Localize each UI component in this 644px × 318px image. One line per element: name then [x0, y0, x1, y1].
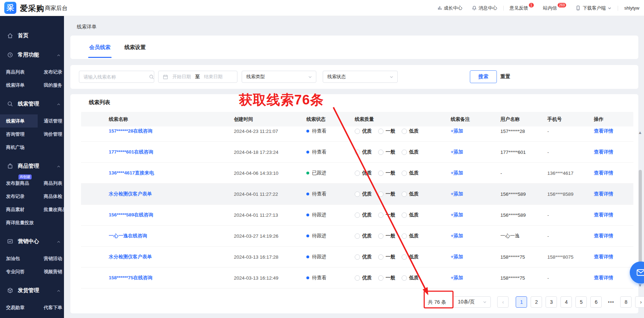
pagination-page-8[interactable]: 8 [620, 296, 632, 308]
quality-radio-option[interactable]: 优质 [355, 149, 372, 155]
quality-radio-option[interactable]: 低质 [402, 254, 419, 260]
sidebar-item[interactable]: 代客下单 [38, 301, 64, 314]
sidebar-item[interactable]: 线索详单 [0, 79, 38, 92]
view-detail-link[interactable]: 查看详情 [594, 233, 613, 238]
add-remark-link[interactable]: +添加 [451, 191, 463, 196]
quality-radio-option[interactable]: 一般 [378, 149, 395, 155]
quality-radio-option[interactable]: 低质 [402, 191, 419, 197]
top-nav-item[interactable]: 成长中心 [437, 5, 462, 11]
pagination-ellipsis[interactable]: ••• [605, 299, 617, 305]
lead-name-link[interactable]: 水分检测仪客户表单 [109, 254, 152, 259]
pagination-page-4[interactable]: 4 [560, 296, 572, 308]
pagination-page-6[interactable]: 6 [590, 296, 602, 308]
sidebar-item[interactable]: 交易勋章 [0, 301, 38, 314]
pagination-page-5[interactable]: 5 [575, 296, 587, 308]
quality-radio-option[interactable]: 优质 [355, 254, 372, 260]
lead-name-input[interactable] [79, 74, 149, 80]
pagination-prev-button[interactable]: ‹ [497, 296, 509, 308]
view-detail-link[interactable]: 查看详情 [594, 128, 613, 134]
sidebar-item[interactable]: 我的服务 [38, 79, 64, 92]
quality-radio-option[interactable]: 一般 [378, 212, 395, 218]
top-nav-item[interactable]: 意见反馈1 [510, 5, 534, 11]
sidebar-item[interactable]: 商机广场 [0, 141, 38, 154]
quality-radio-option[interactable]: 优质 [355, 128, 372, 134]
sidebar-item[interactable]: 批量改商品 [38, 203, 64, 216]
quality-radio-option[interactable]: 优质 [355, 170, 372, 176]
add-remark-link[interactable]: +添加 [451, 212, 463, 217]
scrollbar-up-arrow[interactable]: ▲ [638, 130, 642, 135]
quality-radio-option[interactable]: 优质 [355, 191, 372, 197]
sidebar-item[interactable]: 营销活动 [38, 252, 64, 265]
quality-radio-option[interactable]: 一般 [378, 275, 395, 281]
sidebar-item[interactable]: 视频营销 [38, 265, 64, 278]
add-remark-link[interactable]: +添加 [451, 254, 463, 259]
view-detail-link[interactable]: 查看详情 [594, 275, 613, 280]
view-detail-link[interactable]: 查看详情 [594, 170, 613, 176]
sidebar-item[interactable]: 商品素材 [0, 203, 38, 216]
pagination-page-3[interactable]: 3 [546, 296, 557, 308]
sidebar-section-header[interactable]: 常用功能 [0, 48, 64, 62]
add-remark-link[interactable]: +添加 [451, 149, 463, 155]
quality-radio-option[interactable]: 一般 [378, 254, 395, 260]
page-size-select[interactable]: 10条/页 [452, 296, 491, 308]
quality-radio-option[interactable]: 优质 [355, 275, 372, 281]
lead-name-link[interactable]: 177*****601在线咨询 [109, 149, 153, 155]
quality-radio-option[interactable]: 低质 [402, 170, 419, 176]
add-remark-link[interactable]: +添加 [451, 275, 463, 280]
quality-radio-option[interactable]: 低质 [402, 275, 419, 281]
top-nav-item[interactable]: 消息中心 [472, 5, 497, 11]
lead-name-link[interactable]: 156*****589在线咨询 [109, 212, 153, 217]
lead-status-select[interactable]: 线索状态 [323, 71, 398, 83]
sidebar-item[interactable]: 线索详单 [0, 114, 38, 128]
scrollbar-down-arrow[interactable]: ▼ [638, 283, 642, 288]
quality-radio-option[interactable]: 低质 [402, 128, 419, 134]
sidebar-item[interactable]: 发布记录 [38, 65, 64, 79]
lead-type-select[interactable]: 线索类型 [242, 71, 316, 83]
sidebar-item[interactable]: 商品列表 [38, 177, 64, 190]
quality-radio-option[interactable]: 优质 [355, 212, 372, 218]
pagination-next-button[interactable]: › [635, 296, 644, 308]
quality-radio-option[interactable]: 一般 [378, 128, 395, 134]
brand-logo-icon[interactable]: 采 [4, 2, 16, 14]
top-nav-item[interactable]: 下载客户端 [575, 5, 612, 11]
sidebar-item[interactable]: 咨询管理 [0, 128, 38, 141]
tab-member-leads[interactable]: 会员线索 [89, 36, 111, 59]
sidebar-item[interactable]: 询价管理 [38, 128, 64, 141]
lead-name-link[interactable]: 136****4617直接来电 [109, 170, 154, 176]
view-detail-link[interactable]: 查看详情 [594, 254, 613, 259]
reset-button[interactable]: 重置 [500, 70, 510, 83]
lead-name-link[interactable]: 158******75在线咨询 [109, 275, 152, 280]
sidebar-item[interactable]: 加油包 [0, 252, 38, 265]
lead-name-link[interactable]: 157******28在线咨询 [109, 128, 152, 134]
tab-lead-settings[interactable]: 线索设置 [124, 36, 146, 59]
sidebar-section-header[interactable]: 商品管理 [0, 159, 64, 173]
sidebar-section-header[interactable]: 营销中心 [0, 234, 64, 248]
pagination-page-2[interactable]: 2 [531, 296, 542, 308]
sidebar-item[interactable]: 发布记录 [0, 190, 38, 203]
top-nav-item[interactable]: shlytyw [624, 5, 639, 11]
quality-radio-option[interactable]: 优质 [355, 233, 372, 239]
top-nav-item[interactable]: 站内信269 [543, 5, 567, 11]
sidebar-item[interactable]: 发布新商品AI创建 [0, 177, 38, 190]
add-remark-link[interactable]: +添加 [451, 128, 463, 134]
add-remark-link[interactable]: +添加 [451, 170, 463, 176]
sidebar-section-header[interactable]: 发货管理 [0, 283, 64, 297]
sidebar-section-header[interactable]: 线索管理 [0, 97, 64, 111]
date-range-picker[interactable]: 开始日期 至 结束日期 [158, 71, 237, 83]
lead-name-link[interactable]: 一心一逸在线咨询 [109, 233, 147, 238]
view-detail-link[interactable]: 查看详情 [594, 212, 613, 217]
quality-radio-option[interactable]: 一般 [378, 191, 395, 197]
sidebar-item[interactable]: 通话管理 [38, 114, 64, 128]
quality-radio-option[interactable]: 低质 [402, 149, 419, 155]
sidebar-item[interactable]: 专业问答 [0, 265, 38, 278]
quality-radio-option[interactable]: 低质 [402, 212, 419, 218]
sidebar-item[interactable]: 商详批量投放 [0, 216, 38, 229]
quality-radio-option[interactable]: 低质 [402, 233, 419, 239]
sidebar-item-home[interactable]: 首页 [0, 28, 64, 43]
quality-radio-option[interactable]: 一般 [378, 170, 395, 176]
pagination-page-1[interactable]: 1 [516, 296, 527, 308]
lead-name-link[interactable]: 水分检测仪客户表单 [109, 191, 152, 196]
quality-radio-option[interactable]: 一般 [378, 233, 395, 239]
sidebar-item[interactable]: 商品体检 [38, 190, 64, 203]
view-detail-link[interactable]: 查看详情 [594, 149, 613, 155]
